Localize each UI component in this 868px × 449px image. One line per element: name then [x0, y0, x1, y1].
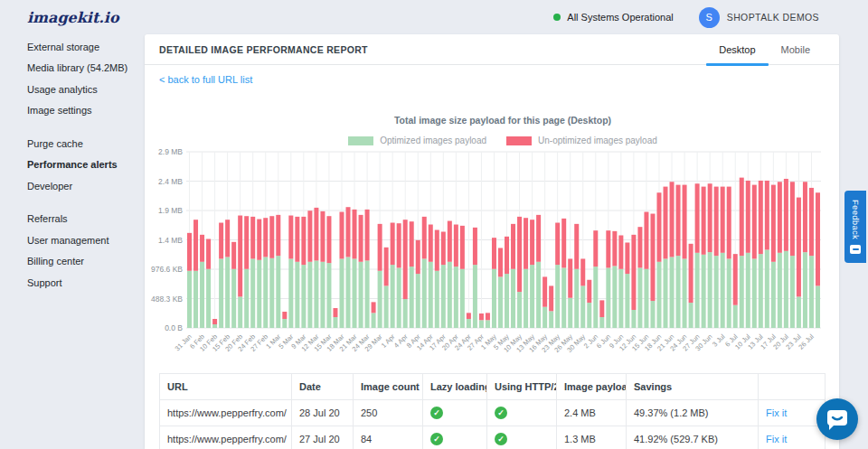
bar-unoptimized[interactable] [771, 185, 776, 262]
bar-optimized[interactable] [467, 319, 471, 328]
bar-optimized[interactable] [664, 258, 668, 328]
sidebar-item-referrals[interactable]: Referrals [27, 209, 145, 230]
bar-unoptimized[interactable] [288, 216, 293, 259]
sidebar-item-usage-analytics[interactable]: Usage analytics [27, 79, 145, 100]
bar-optimized[interactable] [530, 265, 534, 328]
sidebar-item-support[interactable]: Support [27, 272, 145, 294]
bar-unoptimized[interactable] [244, 216, 249, 269]
bar-optimized[interactable] [695, 253, 700, 328]
bar-unoptimized[interactable] [637, 227, 642, 267]
bar-optimized[interactable] [359, 262, 363, 328]
bar-optimized[interactable] [568, 298, 572, 328]
bar-unoptimized[interactable] [752, 185, 757, 259]
bar-optimized[interactable] [555, 265, 560, 328]
bar-optimized[interactable] [606, 267, 610, 328]
bar-unoptimized[interactable] [384, 248, 389, 286]
sidebar-item-developer[interactable]: Developer [27, 175, 145, 197]
bar-unoptimized[interactable] [587, 280, 591, 303]
bar-optimized[interactable] [797, 296, 801, 328]
bar-unoptimized[interactable] [790, 182, 795, 256]
bar-optimized[interactable] [524, 269, 528, 328]
system-status[interactable]: All Systems Operational [553, 12, 673, 23]
bar-unoptimized[interactable] [359, 215, 363, 262]
bar-unoptimized[interactable] [486, 313, 490, 320]
bar-optimized[interactable] [708, 252, 712, 328]
bar-unoptimized[interactable] [568, 258, 572, 297]
bar-unoptimized[interactable] [803, 182, 807, 252]
bar-optimized[interactable] [486, 320, 490, 328]
bar-optimized[interactable] [746, 253, 750, 328]
bar-unoptimized[interactable] [269, 216, 274, 258]
bar-unoptimized[interactable] [574, 224, 579, 269]
bar-unoptimized[interactable] [339, 212, 344, 259]
bar-optimized[interactable] [339, 258, 344, 328]
bar-optimized[interactable] [517, 292, 522, 328]
bar-unoptimized[interactable] [391, 223, 395, 266]
bar-optimized[interactable] [441, 265, 446, 328]
bar-optimized[interactable] [492, 269, 496, 328]
bar-unoptimized[interactable] [314, 208, 318, 261]
bar-optimized[interactable] [505, 274, 509, 328]
bar-unoptimized[interactable] [416, 240, 420, 274]
bar-unoptimized[interactable] [422, 217, 427, 259]
bar-optimized[interactable] [257, 260, 261, 328]
sidebar-item-external-storage[interactable]: External storage [27, 36, 145, 58]
bar-unoptimized[interactable] [593, 230, 598, 267]
bar-optimized[interactable] [269, 258, 274, 328]
bar-optimized[interactable] [714, 256, 719, 328]
bar-optimized[interactable] [378, 271, 382, 328]
bar-optimized[interactable] [656, 262, 661, 328]
bar-optimized[interactable] [765, 249, 769, 328]
bar-optimized[interactable] [448, 262, 452, 328]
bar-optimized[interactable] [625, 274, 629, 328]
bar-unoptimized[interactable] [816, 192, 820, 285]
chat-launcher[interactable] [816, 398, 858, 440]
bar-optimized[interactable] [803, 252, 807, 328]
bar-unoptimized[interactable] [193, 220, 198, 271]
bar-optimized[interactable] [314, 260, 318, 328]
bar-unoptimized[interactable] [656, 192, 661, 262]
bar-optimized[interactable] [683, 258, 687, 328]
feedback-tab[interactable]: Feedback [844, 191, 866, 263]
bar-unoptimized[interactable] [561, 219, 566, 268]
sidebar-item-purge-cache[interactable]: Purge cache [27, 133, 145, 154]
bar-optimized[interactable] [612, 266, 617, 328]
bar-unoptimized[interactable] [511, 224, 515, 269]
bar-optimized[interactable] [276, 256, 280, 328]
bar-optimized[interactable] [219, 258, 223, 328]
bar-unoptimized[interactable] [479, 313, 484, 320]
bar-optimized[interactable] [212, 324, 217, 328]
bar-unoptimized[interactable] [231, 242, 236, 269]
bar-unoptimized[interactable] [695, 183, 700, 253]
bar-optimized[interactable] [422, 258, 427, 328]
bar-unoptimized[interactable] [599, 300, 604, 317]
bar-unoptimized[interactable] [746, 181, 750, 253]
bar-optimized[interactable] [206, 269, 211, 328]
bar-optimized[interactable] [740, 256, 744, 328]
bar-unoptimized[interactable] [219, 223, 223, 259]
bar-optimized[interactable] [809, 256, 814, 328]
bar-unoptimized[interactable] [625, 242, 629, 274]
bar-unoptimized[interactable] [473, 228, 477, 265]
bar-unoptimized[interactable] [250, 217, 255, 259]
app-logo[interactable]: imagekit.io [27, 9, 119, 26]
bar-optimized[interactable] [200, 262, 204, 328]
bar-optimized[interactable] [435, 271, 439, 328]
bar-optimized[interactable] [631, 310, 636, 328]
bar-optimized[interactable] [288, 258, 293, 328]
bar-optimized[interactable] [193, 271, 198, 328]
fix-it-link[interactable]: Fix it [766, 407, 787, 418]
bar-optimized[interactable] [542, 307, 547, 328]
bar-optimized[interactable] [618, 269, 623, 328]
bar-unoptimized[interactable] [536, 215, 541, 262]
bar-unoptimized[interactable] [708, 183, 712, 252]
bar-optimized[interactable] [752, 258, 757, 328]
bar-optimized[interactable] [372, 313, 376, 328]
bar-optimized[interactable] [771, 262, 776, 328]
bar-unoptimized[interactable] [353, 210, 357, 259]
bar-unoptimized[interactable] [740, 178, 744, 257]
bar-unoptimized[interactable] [333, 308, 337, 317]
bar-optimized[interactable] [721, 253, 725, 328]
bar-optimized[interactable] [320, 262, 325, 328]
tab-mobile[interactable]: Mobile [769, 34, 823, 65]
